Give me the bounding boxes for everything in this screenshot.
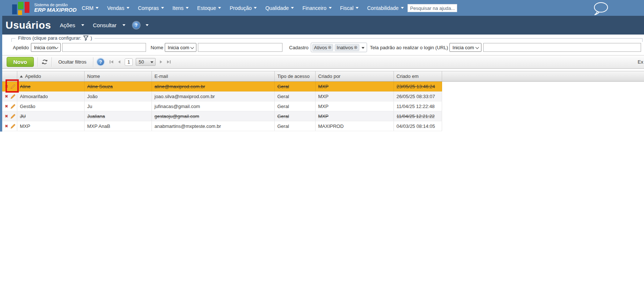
logo-title: ERP MAXIPROD [34, 7, 77, 13]
cell-tipo-de-acesso: Geral [275, 111, 316, 121]
header-icons-column [2, 71, 17, 81]
funnel-icon [83, 35, 89, 41]
chevron-down-icon[interactable] [146, 24, 149, 26]
header-nome[interactable]: Nome [85, 71, 152, 81]
menu-estoque[interactable]: Estoque [197, 5, 221, 11]
apelido-filter-input[interactable] [62, 43, 146, 52]
nome-operator-select[interactable]: Inicia com [165, 43, 196, 52]
chevron-down-icon [401, 7, 404, 9]
edit-pencil-icon[interactable] [10, 123, 16, 129]
app-logo[interactable]: Sistema de gestão ERP MAXIPROD [12, 2, 77, 14]
toolbar-separator [38, 57, 38, 67]
cell-nome: Aline Souza [85, 82, 152, 91]
toolbar-separator [51, 57, 52, 67]
menu-qualidade[interactable]: Qualidade [265, 5, 294, 11]
chevron-down-icon [81, 24, 84, 26]
row-actions-cell: ✖ [2, 111, 17, 121]
next-page-icon [159, 60, 163, 64]
cell-tipo-de-acesso: Geral [275, 101, 316, 111]
page-size-select[interactable]: 50 [136, 58, 156, 66]
cell-email: joao.silva@maxiprod.com.br [152, 91, 275, 101]
chat-button[interactable] [593, 2, 609, 17]
page-help-icon[interactable]: ? [133, 22, 140, 29]
edit-pencil-icon[interactable] [10, 104, 16, 109]
menu-fiscal[interactable]: Fiscal [340, 5, 359, 11]
menu-produção[interactable]: Produção [230, 5, 257, 11]
table-row[interactable]: ✖ Almoxarifado João joao.silva@maxiprod.… [2, 91, 442, 101]
edit-pencil-icon[interactable] [10, 94, 16, 99]
table-row[interactable]: ✖ Aline Aline Souza aline@maxiprod.com.b… [2, 82, 442, 91]
header-criado-em[interactable]: Criado em [394, 71, 442, 81]
cell-tipo-de-acesso: Geral [275, 121, 316, 131]
export-button[interactable]: Ex [638, 55, 643, 68]
header-apelido[interactable]: Apelido [17, 71, 85, 81]
new-button[interactable]: Novo [7, 57, 34, 67]
row-actions-cell: ✖ [2, 91, 17, 101]
tela-padrao-filter-input[interactable] [483, 43, 641, 52]
menu-itens[interactable]: Itens [172, 5, 189, 11]
cell-criado-por: MXP [316, 91, 394, 101]
chevron-down-icon [329, 7, 332, 9]
chevron-down-icon [191, 46, 194, 49]
header-filler [442, 71, 644, 81]
chevron-down-icon [254, 7, 257, 9]
consultar-menu[interactable]: Consultar [93, 22, 125, 28]
delete-icon[interactable]: ✖ [5, 104, 8, 109]
tela-padrao-label: Tela padrão ao realizar o login (URL) [370, 45, 448, 50]
table-row[interactable]: ✖ JU Jualiana gestaoju@gmail.com Geral M… [2, 111, 442, 121]
filters-legend[interactable]: Filtros (clique para configurar: ) [15, 35, 95, 41]
row-actions-cell: ✖ [2, 121, 17, 131]
prev-page-button[interactable] [117, 60, 122, 64]
table-row[interactable]: ✖ MXP MXP AnaB anabmartins@mxpteste.com.… [2, 121, 442, 131]
delete-icon[interactable]: ✖ [5, 124, 8, 129]
cell-tipo-de-acesso: Geral [275, 82, 316, 91]
grid-help-icon[interactable]: ? [97, 58, 104, 65]
cell-criado-por: MXP [316, 101, 394, 111]
edit-pencil-icon[interactable] [10, 84, 16, 89]
delete-icon[interactable]: ✖ [5, 84, 8, 89]
apelido-operator-select[interactable]: Inicia com [31, 43, 61, 52]
delete-icon[interactable]: ✖ [5, 94, 8, 99]
menu-compras[interactable]: Compras [138, 5, 164, 11]
last-page-button[interactable] [166, 60, 171, 64]
refresh-icon [42, 59, 48, 65]
edit-pencil-icon[interactable] [10, 114, 16, 119]
chevron-down-icon[interactable] [362, 47, 364, 49]
first-page-button[interactable] [109, 60, 114, 64]
nome-filter-input[interactable] [198, 43, 282, 52]
chevron-down-icon [96, 7, 99, 9]
cell-apelido: Almoxarifado [17, 91, 85, 101]
table-row[interactable]: ✖ Gestão Ju jufinacas@gmail.com Geral MX… [2, 101, 442, 111]
menu-financeiro[interactable]: Financeiro [302, 5, 331, 11]
cell-criado-por: MXP [316, 82, 394, 91]
delete-icon[interactable]: ✖ [5, 114, 8, 119]
help-search-input[interactable] [408, 4, 457, 12]
cell-criado-em: 26/05/25 08:33:07 [394, 91, 442, 101]
tag-inativos[interactable]: Inativos ⊗ [335, 44, 359, 51]
cell-criado-em: 23/05/25 13:46:24 [394, 82, 442, 91]
chevron-down-icon [476, 46, 479, 49]
chevron-down-icon [161, 7, 164, 9]
next-page-button[interactable] [159, 60, 163, 64]
header-tipo-de-acesso[interactable]: Tipo de acesso [275, 71, 316, 81]
cadastro-multiselect[interactable]: Ativos ⊗ Inativos ⊗ [311, 43, 367, 52]
menu-vendas[interactable]: Vendas [107, 5, 129, 11]
toolbar-separator [93, 57, 93, 67]
refresh-button[interactable] [42, 59, 48, 65]
hide-filters-button[interactable]: Ocultar filtros [56, 59, 90, 65]
logo-tiles-icon [12, 2, 31, 14]
header-criado-por[interactable]: Criado por [316, 71, 394, 81]
menu-crm[interactable]: CRM [82, 5, 99, 11]
tela-padrao-operator-select[interactable]: Inicia com [449, 43, 481, 52]
cell-nome: João [85, 91, 152, 101]
page-number-input[interactable]: 1 [125, 58, 133, 66]
nome-label: Nome [150, 45, 163, 50]
acoes-menu[interactable]: Ações [60, 22, 84, 28]
tag-ativos[interactable]: Ativos ⊗ [312, 44, 333, 51]
chevron-down-icon [150, 61, 153, 63]
menu-contabilidade[interactable]: Contabilidade [367, 5, 404, 11]
header-email[interactable]: E-mail [152, 71, 275, 81]
remove-tag-icon[interactable]: ⊗ [328, 45, 331, 50]
cadastro-label: Cadastro [289, 45, 309, 50]
remove-tag-icon[interactable]: ⊗ [354, 45, 357, 50]
